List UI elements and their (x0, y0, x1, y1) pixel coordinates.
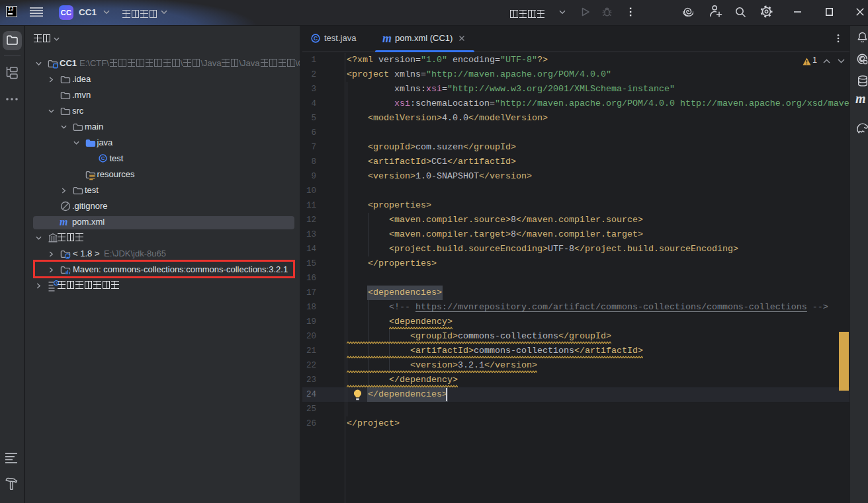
svg-text:C: C (314, 35, 318, 42)
svg-text:C: C (101, 155, 105, 161)
